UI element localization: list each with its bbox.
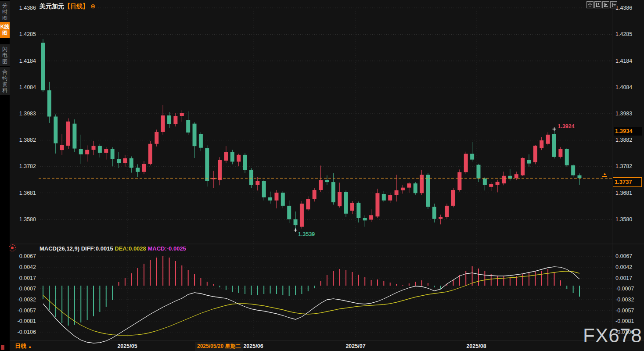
axis-zoom-play-ic0n[interactable] <box>602 1 609 8</box>
svg-text:-0.0081: -0.0081 <box>615 318 634 324</box>
svg-text:0.0017: 0.0017 <box>19 275 36 281</box>
svg-text:1.3882: 1.3882 <box>615 137 632 143</box>
candlestick-chart-canvas[interactable]: 1.43861.43861.42851.42851.41841.41841.40… <box>0 0 644 351</box>
svg-text:1.4084: 1.4084 <box>615 84 632 90</box>
svg-text:0.0042: 0.0042 <box>615 264 632 270</box>
macd-formula-label: MACD(26,12,9) <box>40 245 79 252</box>
svg-text:1.4184: 1.4184 <box>19 58 36 64</box>
chart-header: 美元加元【日线】 ⊕ <box>40 3 96 11</box>
price-line-flag-icon: ▲ <box>602 172 607 177</box>
svg-text:1.3782: 1.3782 <box>615 163 632 169</box>
svg-text:-0.0081: -0.0081 <box>18 318 36 324</box>
svg-text:1.3882: 1.3882 <box>19 137 36 143</box>
svg-text:1.3539: 1.3539 <box>298 231 315 237</box>
svg-text:-0.0106: -0.0106 <box>18 329 36 335</box>
current-price-tag: 1.3737 <box>613 177 642 187</box>
svg-text:1.3681: 1.3681 <box>19 190 36 196</box>
macd-macd-value: MACD:-0.0025 <box>148 245 186 252</box>
svg-text:-0.0032: -0.0032 <box>615 297 634 303</box>
sidebar: 分时图 K线图 闪电图 合约资料 <box>0 0 10 351</box>
sidebar-item-kline[interactable]: K线图 <box>0 22 10 38</box>
corner-glyph-icon <box>1 345 4 350</box>
svg-text:-0.0057: -0.0057 <box>18 308 36 314</box>
svg-text:1.3983: 1.3983 <box>615 111 632 117</box>
period-tag[interactable]: 【日线】 <box>64 3 89 10</box>
crosshair-move-icon[interactable] <box>586 1 594 8</box>
axis-zoom-left-icon[interactable] <box>594 1 601 8</box>
svg-text:2025/07: 2025/07 <box>345 343 365 349</box>
prev-close-price-tag: 1.3934 <box>614 127 642 136</box>
svg-text:1.3681: 1.3681 <box>615 190 632 196</box>
svg-text:-0.0057: -0.0057 <box>615 308 634 314</box>
macd-header[interactable]: MACD(26,12,9) DIFF:0.0015 DEA:0.0028 MAC… <box>40 245 186 252</box>
svg-text:-0.0032: -0.0032 <box>18 297 36 303</box>
indicator-settings-icon[interactable] <box>9 244 16 251</box>
svg-text:1.3983: 1.3983 <box>19 111 36 117</box>
svg-text:1.4084: 1.4084 <box>19 84 36 90</box>
sidebar-item-lightning[interactable]: 闪电图 <box>0 44 10 66</box>
svg-text:1.3924: 1.3924 <box>558 123 574 129</box>
add-indicator-icon[interactable]: ⊕ <box>90 3 96 10</box>
symbol-title: 美元加元 <box>40 3 64 10</box>
svg-text:1.4285: 1.4285 <box>19 31 36 37</box>
chart-toolbar <box>586 1 618 8</box>
macd-diff-value: DIFF:0.0015 <box>81 245 113 252</box>
axis-shift-right-icon[interactable] <box>610 1 617 8</box>
svg-text:1.3580: 1.3580 <box>615 216 632 222</box>
svg-text:-0.0106: -0.0106 <box>615 329 634 335</box>
svg-text:0.0067: 0.0067 <box>615 253 632 259</box>
highlighted-date-label: 2025/05/20 星期二 <box>195 342 243 351</box>
svg-text:-0.0007: -0.0007 <box>615 286 634 292</box>
macd-dea-value: DEA:0.0028 <box>115 245 146 252</box>
svg-text:1.3580: 1.3580 <box>19 216 36 222</box>
sidebar-item-contract-info[interactable]: 合约资料 <box>0 67 10 95</box>
svg-text:1.3782: 1.3782 <box>19 163 36 169</box>
chevron-up-icon: ▲ <box>28 344 32 349</box>
svg-text:1.4285: 1.4285 <box>615 31 632 37</box>
svg-text:2025/05: 2025/05 <box>117 343 137 349</box>
sidebar-item-timeshare[interactable]: 分时图 <box>0 1 10 23</box>
svg-text:0.0067: 0.0067 <box>19 253 36 259</box>
svg-text:1.4386: 1.4386 <box>19 5 36 11</box>
svg-text:2025/08: 2025/08 <box>466 343 486 349</box>
period-selector[interactable]: 日线 ▲ <box>15 342 32 350</box>
svg-text:2025/06: 2025/06 <box>243 343 263 349</box>
svg-text:-0.0007: -0.0007 <box>18 286 36 292</box>
svg-text:0.0017: 0.0017 <box>615 275 632 281</box>
svg-text:1.4184: 1.4184 <box>615 58 632 64</box>
svg-text:0.0042: 0.0042 <box>19 264 36 270</box>
trading-app-window: 1.43861.43861.42851.42851.41841.41841.40… <box>0 0 644 351</box>
